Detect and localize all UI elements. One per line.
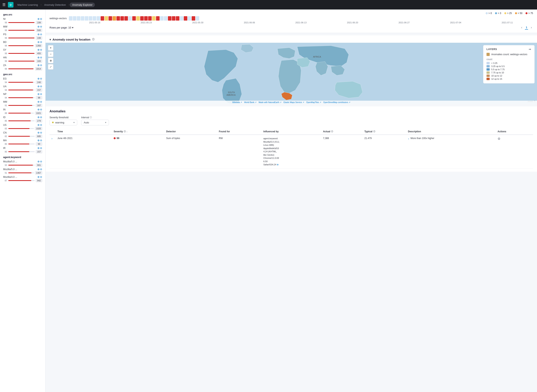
map-zoom-in-button[interactable]: +	[48, 45, 53, 51]
timeline-cell[interactable]	[188, 16, 191, 21]
timeline-cell[interactable]	[196, 16, 199, 21]
timeline-cell[interactable]	[116, 16, 120, 21]
interval-info-icon[interactable]: ⓘ	[90, 116, 92, 119]
attr-osm[interactable]: OpenStreetMap contributors ↗	[323, 101, 350, 103]
timeline-cell[interactable]	[101, 16, 104, 21]
minus-icon-cn[interactable]: ⊖	[40, 131, 42, 134]
plus-icon-sy[interactable]: ⊕	[38, 48, 40, 51]
timeline-cell[interactable]	[120, 16, 124, 21]
timeline-cell[interactable]	[144, 16, 148, 21]
breadcrumb-anomaly-detection[interactable]: Anomaly Detection	[42, 3, 68, 7]
plus-icon-cn[interactable]: ⊕	[38, 131, 40, 134]
breadcrumb-machine-learning[interactable]: Machine Learning	[15, 3, 40, 7]
minus-icon-agent2[interactable]: ⊖	[40, 168, 42, 171]
minus-icon-ps[interactable]: ⊖	[40, 33, 42, 36]
minus-icon-ni[interactable]: ⊖	[40, 17, 42, 20]
timeline-cell[interactable]	[152, 16, 156, 21]
timeline-cell[interactable]	[89, 16, 92, 21]
plus-icon-hn[interactable]: ⊕	[38, 56, 40, 59]
plus-icon-agent3[interactable]: ⊕	[38, 175, 40, 178]
timeline-cell[interactable]	[168, 16, 171, 21]
layers-menu-icon[interactable]: ⇒	[529, 48, 531, 51]
typical-col-info[interactable]: ⓘ	[373, 130, 375, 133]
interval-select[interactable]: Auto ▾	[81, 120, 109, 125]
plus-icon-ps[interactable]: ⊕	[38, 33, 40, 36]
current-page[interactable]: 1	[525, 26, 528, 30]
timeline-cell[interactable]	[128, 16, 132, 21]
minus-icon-ma[interactable]: ⊖	[40, 139, 42, 142]
timeline-cell[interactable]	[164, 16, 167, 21]
attr-elastic-maps[interactable]: Elastic Maps Service ↗	[284, 101, 304, 103]
minus-icon-id[interactable]: ⊖	[40, 116, 42, 119]
plus-icon-ir[interactable]: ⊕	[38, 147, 40, 149]
plus-icon-np[interactable]: ⊕	[38, 93, 40, 96]
breadcrumb-anomaly-explorer[interactable]: Anomaly Explorer	[70, 3, 95, 7]
timeline-cell[interactable]	[132, 16, 136, 21]
minus-icon-ir[interactable]: ⊖	[40, 147, 42, 149]
minus-icon-us[interactable]: ⊖	[40, 123, 42, 126]
minus-icon-mw[interactable]: ⊖	[40, 25, 42, 28]
timeline-cell[interactable]	[73, 16, 76, 21]
plus-icon-ni[interactable]: ⊕	[38, 17, 40, 20]
map-zoom-out-button[interactable]: −	[48, 51, 53, 57]
map-info-icon[interactable]: ⓘ	[92, 38, 95, 41]
attr-openmaptiles[interactable]: OpenMapTiles ↗	[306, 101, 321, 103]
severity-select[interactable]: warning ▾	[49, 120, 77, 125]
prev-page-button[interactable]: ‹	[520, 25, 523, 30]
row-action-settings-button[interactable]: ⚙	[498, 137, 500, 141]
minus-icon-eg[interactable]: ⊖	[40, 77, 42, 80]
plus-icon-ma[interactable]: ⊕	[38, 139, 40, 142]
minus-icon-agent1[interactable]: ⊖	[40, 160, 42, 163]
actual-col-info[interactable]: ⓘ	[331, 130, 333, 133]
timeline-cell[interactable]	[113, 16, 116, 21]
attr-worldbank[interactable]: World Bank ↗	[244, 101, 257, 103]
timeline-cell[interactable]	[109, 16, 112, 21]
plus-icon-za[interactable]: ⊕	[38, 64, 40, 67]
user-avatar[interactable]: D	[8, 2, 14, 8]
timeline-cell[interactable]	[156, 16, 160, 21]
attr-wikidata[interactable]: Wikidata ↗	[232, 101, 242, 103]
plus-icon-us[interactable]: ⊕	[38, 123, 40, 126]
plus-icon-in[interactable]: ⊕	[38, 108, 40, 111]
timeline-cell[interactable]	[85, 16, 88, 21]
timeline-cell[interactable]	[69, 16, 72, 21]
timeline-cell[interactable]	[124, 16, 128, 21]
plus-icon-eg[interactable]: ⊕	[38, 77, 40, 80]
minus-icon-np[interactable]: ⊖	[40, 93, 42, 96]
timeline-cell[interactable]	[105, 16, 108, 21]
timeline-cell[interactable]	[160, 16, 164, 21]
timeline-cell[interactable]	[140, 16, 144, 21]
timeline-cell[interactable]	[97, 16, 100, 21]
minus-icon-sy[interactable]: ⊖	[40, 48, 42, 51]
timeline-cell[interactable]	[81, 16, 84, 21]
plus-icon-agent2[interactable]: ⊕	[38, 168, 40, 171]
map-expand-button[interactable]: ⤢	[48, 64, 53, 70]
minus-icon-za[interactable]: ⊖	[40, 64, 42, 67]
timeline-cell[interactable]	[192, 16, 195, 21]
minus-icon-bd[interactable]: ⊖	[40, 41, 42, 43]
timeline-cell[interactable]	[136, 16, 140, 21]
minus-icon-in[interactable]: ⊖	[40, 108, 42, 111]
map-locate-button[interactable]: ⊕	[48, 58, 53, 63]
plus-icon-bd[interactable]: ⊕	[38, 41, 40, 43]
timeline-cell[interactable]	[180, 16, 183, 21]
timeline-cell[interactable]	[77, 16, 80, 21]
minus-icon-agent3[interactable]: ⊖	[40, 175, 42, 178]
timeline-cell[interactable]	[148, 16, 152, 21]
minus-icon-mm[interactable]: ⊖	[40, 100, 42, 103]
row-expand-button[interactable]: ›	[52, 137, 52, 140]
plus-icon-mw[interactable]: ⊕	[38, 25, 40, 28]
influenced-more-button[interactable]: ⊕	[277, 163, 279, 166]
severity-col-info[interactable]: ⓘ	[124, 130, 126, 133]
timeline-cell[interactable]	[176, 16, 179, 21]
next-page-button[interactable]: ›	[530, 25, 533, 30]
timeline-cell[interactable]	[93, 16, 96, 21]
map-toggle-icon[interactable]: ▾	[49, 38, 51, 41]
severity-sort-icon[interactable]: ↓	[127, 131, 128, 133]
timeline-cell[interactable]	[172, 16, 176, 21]
hamburger-icon[interactable]: ☰	[2, 3, 5, 7]
minus-icon-hn[interactable]: ⊖	[40, 56, 42, 59]
plus-icon-agent1[interactable]: ⊕	[38, 160, 40, 163]
attr-naturalearth[interactable]: Made with NaturalEarth ↗	[259, 101, 281, 103]
minus-icon-ua[interactable]: ⊖	[40, 85, 42, 88]
